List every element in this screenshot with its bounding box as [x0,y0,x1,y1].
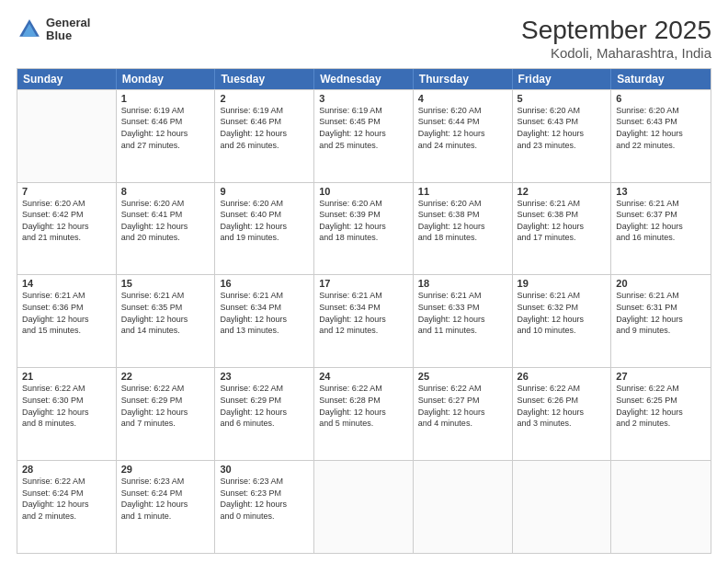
day-info: Sunrise: 6:22 AM Sunset: 6:25 PM Dayligh… [616,383,706,429]
cal-cell: 9Sunrise: 6:20 AM Sunset: 6:40 PM Daylig… [215,183,314,275]
day-info: Sunrise: 6:22 AM Sunset: 6:28 PM Dayligh… [319,383,408,429]
day-info: Sunrise: 6:21 AM Sunset: 6:34 PM Dayligh… [319,290,408,336]
day-number: 20 [616,278,706,289]
cal-cell [611,461,711,553]
day-number: 22 [121,371,210,382]
day-number: 28 [22,464,111,475]
day-number: 24 [319,371,408,382]
day-info: Sunrise: 6:20 AM Sunset: 6:42 PM Dayligh… [22,198,111,244]
cal-cell: 12Sunrise: 6:21 AM Sunset: 6:38 PM Dayli… [513,183,612,275]
cal-cell: 17Sunrise: 6:21 AM Sunset: 6:34 PM Dayli… [314,275,414,367]
day-header-sunday: Sunday [17,69,117,89]
day-info: Sunrise: 6:20 AM Sunset: 6:43 PM Dayligh… [616,105,706,151]
calendar-title: September 2025 [521,17,711,45]
day-number: 11 [418,186,507,197]
cal-cell: 10Sunrise: 6:20 AM Sunset: 6:39 PM Dayli… [314,183,414,275]
day-info: Sunrise: 6:21 AM Sunset: 6:32 PM Dayligh… [518,290,607,336]
day-number: 16 [220,278,309,289]
day-info: Sunrise: 6:20 AM Sunset: 6:39 PM Dayligh… [319,198,408,244]
day-number: 12 [518,186,607,197]
logo-line1: General [46,17,90,29]
day-number: 26 [518,371,607,382]
week-row-5: 28Sunrise: 6:22 AM Sunset: 6:24 PM Dayli… [17,460,711,553]
day-number: 30 [220,464,309,475]
cal-cell: 19Sunrise: 6:21 AM Sunset: 6:32 PM Dayli… [513,275,612,367]
calendar-body: 1Sunrise: 6:19 AM Sunset: 6:46 PM Daylig… [17,89,711,553]
title-block: September 2025 Kodoli, Maharashtra, Indi… [521,17,711,61]
cal-cell: 30Sunrise: 6:23 AM Sunset: 6:23 PM Dayli… [215,461,314,553]
day-info: Sunrise: 6:23 AM Sunset: 6:23 PM Dayligh… [220,476,309,522]
day-info: Sunrise: 6:22 AM Sunset: 6:27 PM Dayligh… [418,383,507,429]
cal-cell [513,461,612,553]
logo-icon [17,17,42,42]
cal-cell: 22Sunrise: 6:22 AM Sunset: 6:29 PM Dayli… [117,368,216,460]
week-row-2: 7Sunrise: 6:20 AM Sunset: 6:42 PM Daylig… [17,182,711,275]
day-number: 13 [616,186,706,197]
cal-cell: 11Sunrise: 6:20 AM Sunset: 6:38 PM Dayli… [414,183,513,275]
day-info: Sunrise: 6:20 AM Sunset: 6:41 PM Dayligh… [121,198,210,244]
day-number: 19 [518,278,607,289]
day-number: 10 [319,186,408,197]
day-info: Sunrise: 6:20 AM Sunset: 6:44 PM Dayligh… [418,105,507,151]
day-number: 27 [616,371,706,382]
cal-cell: 4Sunrise: 6:20 AM Sunset: 6:44 PM Daylig… [414,90,513,182]
cal-cell: 5Sunrise: 6:20 AM Sunset: 6:43 PM Daylig… [513,90,612,182]
day-info: Sunrise: 6:21 AM Sunset: 6:38 PM Dayligh… [518,198,607,244]
cal-cell: 7Sunrise: 6:20 AM Sunset: 6:42 PM Daylig… [17,183,117,275]
page: General Blue September 2025 Kodoli, Maha… [0,0,728,563]
day-number: 9 [220,186,309,197]
calendar-subtitle: Kodoli, Maharashtra, India [521,45,711,61]
cal-cell: 3Sunrise: 6:19 AM Sunset: 6:45 PM Daylig… [314,90,414,182]
day-number: 8 [121,186,210,197]
logo: General Blue [17,17,90,43]
day-header-thursday: Thursday [414,69,513,89]
cal-cell: 2Sunrise: 6:19 AM Sunset: 6:46 PM Daylig… [215,90,314,182]
day-header-tuesday: Tuesday [215,69,314,89]
day-info: Sunrise: 6:21 AM Sunset: 6:33 PM Dayligh… [418,290,507,336]
cal-cell: 8Sunrise: 6:20 AM Sunset: 6:41 PM Daylig… [117,183,216,275]
day-number: 17 [319,278,408,289]
day-number: 21 [22,371,111,382]
day-info: Sunrise: 6:23 AM Sunset: 6:24 PM Dayligh… [121,476,210,522]
day-number: 23 [220,371,309,382]
cal-cell: 21Sunrise: 6:22 AM Sunset: 6:30 PM Dayli… [17,368,117,460]
day-header-wednesday: Wednesday [314,69,414,89]
cal-cell: 1Sunrise: 6:19 AM Sunset: 6:46 PM Daylig… [117,90,216,182]
cal-cell: 26Sunrise: 6:22 AM Sunset: 6:26 PM Dayli… [513,368,612,460]
day-info: Sunrise: 6:22 AM Sunset: 6:30 PM Dayligh… [22,383,111,429]
day-number: 18 [418,278,507,289]
day-info: Sunrise: 6:19 AM Sunset: 6:46 PM Dayligh… [121,105,210,151]
day-info: Sunrise: 6:20 AM Sunset: 6:40 PM Dayligh… [220,198,309,244]
day-number: 4 [418,93,507,104]
cal-cell [17,90,117,182]
cal-cell: 29Sunrise: 6:23 AM Sunset: 6:24 PM Dayli… [117,461,216,553]
day-header-friday: Friday [513,69,612,89]
day-number: 25 [418,371,507,382]
cal-cell: 27Sunrise: 6:22 AM Sunset: 6:25 PM Dayli… [611,368,711,460]
calendar-header: SundayMondayTuesdayWednesdayThursdayFrid… [17,69,711,89]
day-info: Sunrise: 6:21 AM Sunset: 6:35 PM Dayligh… [121,290,210,336]
day-info: Sunrise: 6:22 AM Sunset: 6:26 PM Dayligh… [518,383,607,429]
logo-text: General Blue [46,17,90,43]
day-number: 15 [121,278,210,289]
week-row-4: 21Sunrise: 6:22 AM Sunset: 6:30 PM Dayli… [17,367,711,460]
cal-cell: 16Sunrise: 6:21 AM Sunset: 6:34 PM Dayli… [215,275,314,367]
day-info: Sunrise: 6:19 AM Sunset: 6:46 PM Dayligh… [220,105,309,151]
day-number: 7 [22,186,111,197]
day-number: 3 [319,93,408,104]
cal-cell [314,461,414,553]
day-info: Sunrise: 6:20 AM Sunset: 6:43 PM Dayligh… [518,105,607,151]
cal-cell: 24Sunrise: 6:22 AM Sunset: 6:28 PM Dayli… [314,368,414,460]
day-info: Sunrise: 6:20 AM Sunset: 6:38 PM Dayligh… [418,198,507,244]
day-info: Sunrise: 6:22 AM Sunset: 6:29 PM Dayligh… [220,383,309,429]
day-info: Sunrise: 6:22 AM Sunset: 6:24 PM Dayligh… [22,476,111,522]
day-info: Sunrise: 6:19 AM Sunset: 6:45 PM Dayligh… [319,105,408,151]
logo-line2: Blue [46,29,90,42]
cal-cell: 28Sunrise: 6:22 AM Sunset: 6:24 PM Dayli… [17,461,117,553]
day-number: 5 [518,93,607,104]
day-header-saturday: Saturday [611,69,711,89]
cal-cell: 18Sunrise: 6:21 AM Sunset: 6:33 PM Dayli… [414,275,513,367]
day-info: Sunrise: 6:21 AM Sunset: 6:34 PM Dayligh… [220,290,309,336]
cal-cell: 20Sunrise: 6:21 AM Sunset: 6:31 PM Dayli… [611,275,711,367]
week-row-1: 1Sunrise: 6:19 AM Sunset: 6:46 PM Daylig… [17,89,711,182]
